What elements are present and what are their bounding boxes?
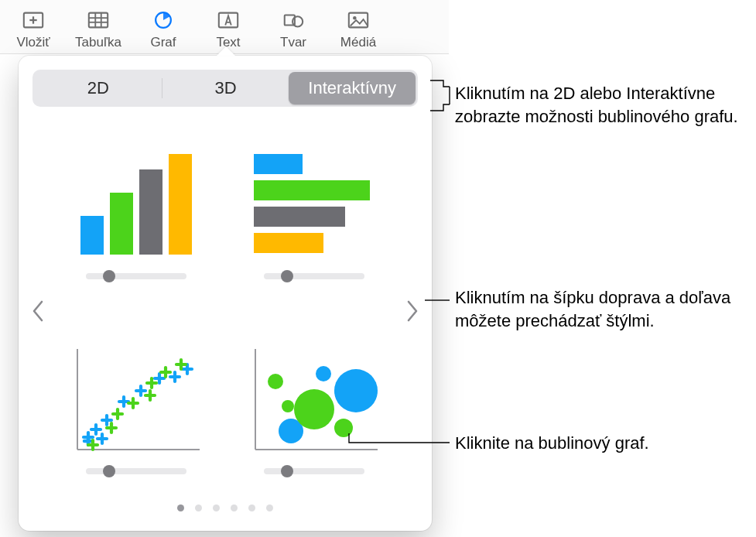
- callout-arrows: Kliknutím na šípku doprava a doľava môže…: [455, 286, 749, 332]
- callout-tabs: Kliknutím na 2D alebo Interaktívne zobra…: [455, 82, 749, 128]
- callout-bubble: Kliknite na bublinový graf.: [455, 432, 649, 455]
- callout-lines: [0, 0, 756, 537]
